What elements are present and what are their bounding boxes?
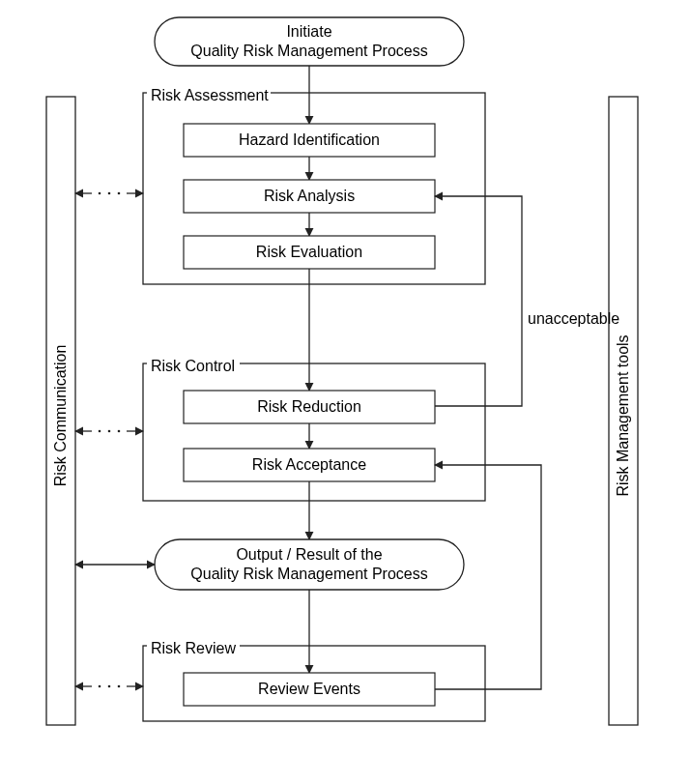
risk-management-tools-sidebar: Risk Management tools xyxy=(609,97,638,725)
comm-link-control xyxy=(75,430,143,433)
risk-review-phase: Risk Review Review Events xyxy=(143,640,485,721)
assessment-title: Risk Assessment xyxy=(151,87,269,103)
svg-point-22 xyxy=(99,685,101,688)
qrm-flow-diagram: Initiate Quality Risk Management Process… xyxy=(0,0,690,784)
output-line1: Output / Result of the xyxy=(236,546,382,563)
svg-point-11 xyxy=(99,192,101,195)
risk-management-tools-label: Risk Management tools xyxy=(615,334,631,496)
svg-point-24 xyxy=(118,685,121,688)
initiate-line1: Initiate xyxy=(286,23,331,40)
control-title: Risk Control xyxy=(151,358,235,374)
unacceptable-feedback: unacceptable xyxy=(435,196,619,406)
svg-point-23 xyxy=(108,685,111,688)
output-node: Output / Result of the Quality Risk Mana… xyxy=(155,539,464,590)
risk-analysis-label: Risk Analysis xyxy=(264,188,355,204)
initiate-node: Initiate Quality Risk Management Process xyxy=(155,17,464,66)
initiate-line2: Quality Risk Management Process xyxy=(190,43,427,59)
svg-point-13 xyxy=(118,192,121,195)
svg-point-16 xyxy=(99,430,101,433)
risk-acceptance-label: Risk Acceptance xyxy=(252,456,366,473)
risk-assessment-phase: Risk Assessment Hazard Identification Ri… xyxy=(143,87,485,284)
hazard-id-label: Hazard Identification xyxy=(239,131,380,148)
comm-link-review xyxy=(75,685,143,688)
svg-point-17 xyxy=(108,430,111,433)
risk-communication-sidebar: Risk Communication xyxy=(46,97,75,725)
risk-reduction-label: Risk Reduction xyxy=(257,398,361,415)
comm-link-assessment xyxy=(75,192,143,195)
review-events-label: Review Events xyxy=(258,681,360,697)
risk-evaluation-label: Risk Evaluation xyxy=(256,244,362,260)
risk-control-phase: Risk Control Risk Reduction Risk Accepta… xyxy=(143,358,485,501)
output-line2: Quality Risk Management Process xyxy=(190,566,427,582)
svg-point-12 xyxy=(108,192,111,195)
unacceptable-label: unacceptable xyxy=(528,310,619,327)
review-title: Risk Review xyxy=(151,640,236,656)
risk-communication-label: Risk Communication xyxy=(52,345,69,487)
svg-point-18 xyxy=(118,430,121,433)
